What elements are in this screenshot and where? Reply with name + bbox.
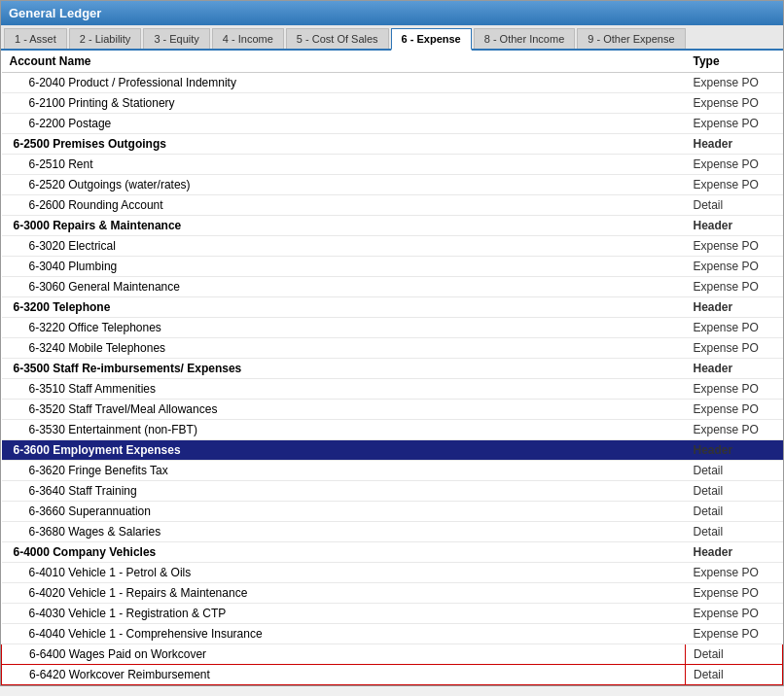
account-name-cell: 6-2520 Outgoings (water/rates) — [2, 175, 686, 195]
type-cell: Expense PO — [686, 257, 783, 277]
account-name-cell: 6-2510 Rent — [2, 155, 686, 175]
account-name-cell: 6-3020 Electrical — [2, 236, 686, 257]
type-cell: Header — [686, 440, 783, 461]
table-row[interactable]: 6-3240 Mobile TelephonesExpense PO — [2, 338, 783, 359]
col-type: Type — [686, 51, 783, 73]
account-name-cell: 6-4020 Vehicle 1 - Repairs & Maintenance — [2, 583, 686, 604]
table-row[interactable]: 6-6400 Wages Paid on WorkcoverDetail — [2, 644, 783, 665]
table-row[interactable]: 6-3000 Repairs & MaintenanceHeader — [2, 216, 783, 236]
table-row[interactable]: 6-4010 Vehicle 1 - Petrol & OilsExpense … — [2, 563, 783, 583]
table-row[interactable]: 6-4020 Vehicle 1 - Repairs & Maintenance… — [2, 583, 783, 604]
type-cell: Header — [686, 359, 783, 379]
col-account-name: Account Name — [2, 51, 686, 73]
tab-8-other-income[interactable]: 8 - Other Income — [474, 28, 576, 49]
table-row[interactable]: 6-2520 Outgoings (water/rates)Expense PO — [2, 175, 783, 195]
type-cell: Expense PO — [686, 175, 783, 195]
account-name-cell: 6-6400 Wages Paid on Workcover — [2, 644, 686, 665]
account-name-cell: 6-4040 Vehicle 1 - Comprehensive Insuran… — [2, 624, 686, 644]
table-row[interactable]: 6-3020 ElectricalExpense PO — [2, 236, 783, 257]
table-row[interactable]: 6-3660 SuperannuationDetail — [2, 502, 783, 522]
tab-3-equity[interactable]: 3 - Equity — [143, 28, 209, 49]
type-cell: Header — [686, 134, 783, 155]
type-cell: Detail — [686, 481, 783, 502]
type-cell: Expense PO — [686, 604, 783, 624]
account-name-cell: 6-2040 Product / Professional Indemnity — [2, 73, 686, 93]
account-name-cell: 6-4000 Company Vehicles — [2, 542, 686, 563]
type-cell: Detail — [686, 644, 783, 665]
account-name-cell: 6-2600 Rounding Account — [2, 195, 686, 216]
table-row[interactable]: 6-3510 Staff AmmenitiesExpense PO — [2, 379, 783, 400]
account-name-cell: 6-3060 General Maintenance — [2, 277, 686, 297]
account-name-cell: 6-3200 Telephone — [2, 297, 686, 318]
account-name-cell: 6-3040 Plumbing — [2, 257, 686, 277]
table-row[interactable]: 6-3200 TelephoneHeader — [2, 297, 783, 318]
table-row[interactable]: 6-3600 Employment ExpensesHeader — [2, 440, 783, 461]
tab-bar: 1 - Asset2 - Liability3 - Equity4 - Inco… — [1, 25, 783, 51]
type-cell: Expense PO — [686, 338, 783, 359]
ledger-table: Account Name Type 6-2040 Product / Profe… — [1, 51, 783, 685]
tab-4-income[interactable]: 4 - Income — [212, 28, 284, 49]
type-cell: Expense PO — [686, 624, 783, 644]
window-title: General Ledger — [9, 6, 101, 20]
type-cell: Expense PO — [686, 563, 783, 583]
tab-9-other-expense[interactable]: 9 - Other Expense — [577, 28, 685, 49]
title-bar: General Ledger — [1, 1, 783, 25]
account-name-cell: 6-4010 Vehicle 1 - Petrol & Oils — [2, 563, 686, 583]
account-name-cell: 6-4030 Vehicle 1 - Registration & CTP — [2, 604, 686, 624]
table-row[interactable]: 6-3640 Staff TrainingDetail — [2, 481, 783, 502]
type-cell: Detail — [686, 665, 783, 685]
account-name-cell: 6-3000 Repairs & Maintenance — [2, 216, 686, 236]
type-cell: Expense PO — [686, 379, 783, 400]
table-row[interactable]: 6-3530 Entertainment (non-FBT)Expense PO — [2, 420, 783, 440]
type-cell: Expense PO — [686, 583, 783, 604]
account-name-cell: 6-6420 Workcover Reimbursement — [2, 665, 686, 685]
table-row[interactable]: 6-2510 RentExpense PO — [2, 155, 783, 175]
type-cell: Header — [686, 216, 783, 236]
table-row[interactable]: 6-3220 Office TelephonesExpense PO — [2, 318, 783, 338]
tab-6-expense[interactable]: 6 - Expense — [391, 28, 472, 51]
type-cell: Expense PO — [686, 93, 783, 114]
table-row[interactable]: 6-2600 Rounding AccountDetail — [2, 195, 783, 216]
type-cell: Detail — [686, 522, 783, 542]
type-cell: Expense PO — [686, 420, 783, 440]
tab-2-liability[interactable]: 2 - Liability — [69, 28, 142, 49]
type-cell: Header — [686, 297, 783, 318]
table-row[interactable]: 6-4040 Vehicle 1 - Comprehensive Insuran… — [2, 624, 783, 644]
table-row[interactable]: 6-3620 Fringe Benefits TaxDetail — [2, 461, 783, 481]
type-cell: Expense PO — [686, 155, 783, 175]
table-row[interactable]: 6-4030 Vehicle 1 - Registration & CTPExp… — [2, 604, 783, 624]
account-name-cell: 6-3510 Staff Ammenities — [2, 379, 686, 400]
account-name-cell: 6-3240 Mobile Telephones — [2, 338, 686, 359]
tab-5-cost-of-sales[interactable]: 5 - Cost Of Sales — [286, 28, 389, 49]
tab-1-asset[interactable]: 1 - Asset — [4, 28, 67, 49]
account-name-cell: 6-3220 Office Telephones — [2, 318, 686, 338]
table-row[interactable]: 6-2200 PostageExpense PO — [2, 114, 783, 134]
account-name-cell: 6-3640 Staff Training — [2, 481, 686, 502]
type-cell: Expense PO — [686, 73, 783, 93]
type-cell: Header — [686, 542, 783, 563]
table-row[interactable]: 6-6420 Workcover ReimbursementDetail — [2, 665, 783, 685]
account-name-cell: 6-3680 Wages & Salaries — [2, 522, 686, 542]
type-cell: Detail — [686, 461, 783, 481]
table-container: Account Name Type 6-2040 Product / Profe… — [1, 51, 783, 685]
table-row[interactable]: 6-3680 Wages & SalariesDetail — [2, 522, 783, 542]
account-name-cell: 6-2200 Postage — [2, 114, 686, 134]
table-row[interactable]: 6-3040 PlumbingExpense PO — [2, 257, 783, 277]
table-row[interactable]: 6-3060 General MaintenanceExpense PO — [2, 277, 783, 297]
table-row[interactable]: 6-2040 Product / Professional IndemnityE… — [2, 73, 783, 93]
account-name-cell: 6-2500 Premises Outgoings — [2, 134, 686, 155]
table-row[interactable]: 6-3500 Staff Re-imbursements/ ExpensesHe… — [2, 359, 783, 379]
general-ledger-window: General Ledger 1 - Asset2 - Liability3 -… — [0, 0, 784, 686]
account-name-cell: 6-3500 Staff Re-imbursements/ Expenses — [2, 359, 686, 379]
account-name-cell: 6-2100 Printing & Stationery — [2, 93, 686, 114]
account-name-cell: 6-3520 Staff Travel/Meal Allowances — [2, 400, 686, 420]
type-cell: Expense PO — [686, 400, 783, 420]
type-cell: Expense PO — [686, 114, 783, 134]
account-name-cell: 6-3530 Entertainment (non-FBT) — [2, 420, 686, 440]
account-name-cell: 6-3600 Employment Expenses — [2, 440, 686, 461]
type-cell: Expense PO — [686, 236, 783, 257]
table-row[interactable]: 6-3520 Staff Travel/Meal AllowancesExpen… — [2, 400, 783, 420]
table-row[interactable]: 6-2500 Premises OutgoingsHeader — [2, 134, 783, 155]
table-row[interactable]: 6-4000 Company VehiclesHeader — [2, 542, 783, 563]
table-row[interactable]: 6-2100 Printing & StationeryExpense PO — [2, 93, 783, 114]
